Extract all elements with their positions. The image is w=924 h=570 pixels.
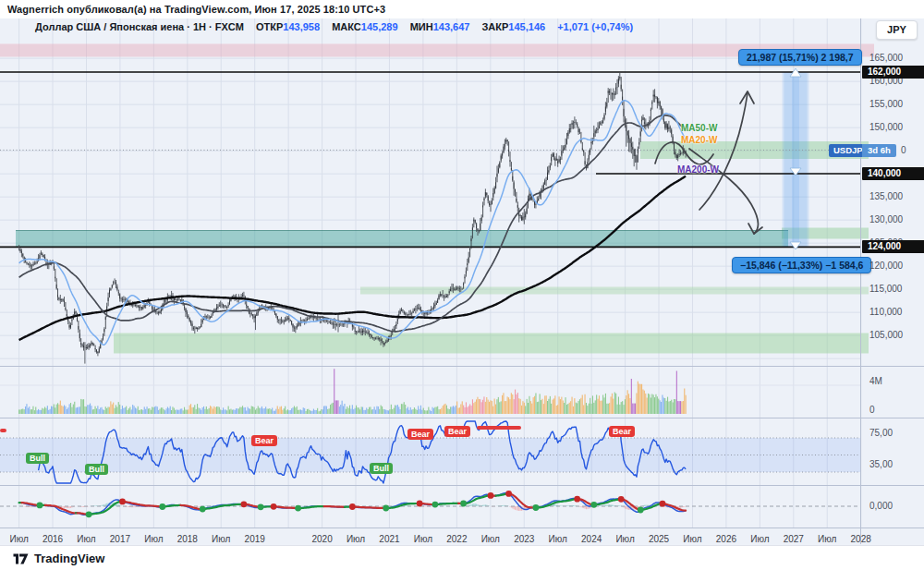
brand-text: TradingView xyxy=(34,552,104,565)
open-label: ОТКР xyxy=(256,21,283,32)
close-label: ЗАКР xyxy=(481,21,508,32)
price-axis[interactable] xyxy=(861,18,924,528)
projection-up-label: 21,987 (15,71%) 2 198,7 xyxy=(738,49,862,66)
tradingview-snapshot: Wagnerrich опубликовал(а) на TradingView… xyxy=(0,0,924,570)
high-label: МАКС xyxy=(332,21,361,32)
open-value: 143,958 xyxy=(283,21,320,32)
footer-bar xyxy=(0,545,924,570)
low-value: 143,647 xyxy=(433,21,470,32)
low-label: МИН xyxy=(410,21,433,32)
symbol-legend: Доллар США / Японская иена · 1Н · FXCM О… xyxy=(35,21,633,32)
chart-canvas[interactable] xyxy=(0,0,924,570)
high-value: 145,289 xyxy=(361,21,398,32)
time-axis[interactable] xyxy=(0,528,924,545)
published-line: Wagnerrich опубликовал(а) на TradingView… xyxy=(7,4,385,15)
close-value: 145,146 xyxy=(508,21,545,32)
projection-down-label: −15,846 (−11,33%) −1 584,6 xyxy=(732,257,871,273)
change-value: +1,071 (+0,74%) xyxy=(557,21,633,32)
symbol-title: Доллар США / Японская иена · 1Н · FXCM xyxy=(35,21,244,32)
tradingview-brand[interactable]: TradingView xyxy=(13,552,104,565)
tradingview-logo-icon xyxy=(13,552,29,565)
